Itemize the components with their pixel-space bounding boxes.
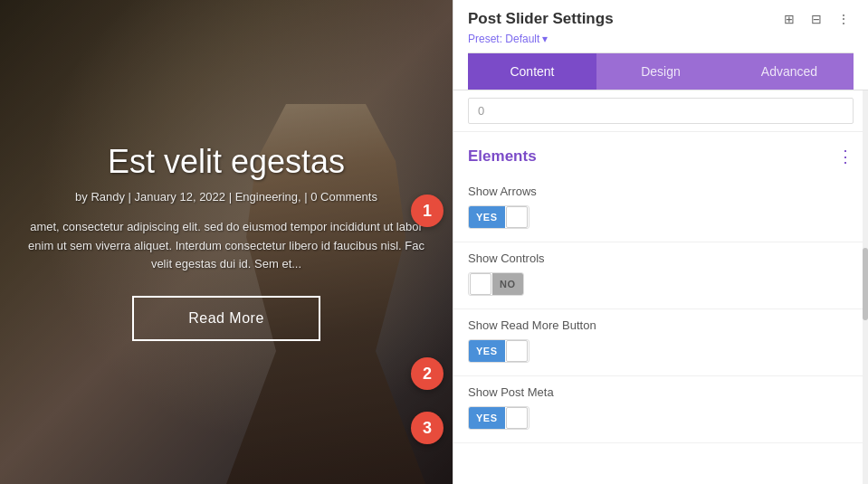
copy-icon[interactable]: ⊞ (779, 9, 799, 29)
chevron-down-icon: ▾ (542, 33, 548, 45)
show-arrows-label: Show Arrows (468, 185, 854, 198)
toggle-yes-label: YES (469, 340, 505, 362)
toggle-thumb (506, 340, 528, 362)
controls-toggle-switch[interactable]: NO (468, 272, 524, 296)
preview-content: Est velit egestas by Randy | January 12,… (0, 0, 453, 484)
show-arrows-row: Show Arrows YES (453, 176, 868, 242)
show-arrows-toggle[interactable]: YES (468, 205, 854, 229)
elements-section-header: Elements ⋮ (453, 132, 868, 176)
read-more-toggle-switch[interactable]: YES (468, 339, 529, 363)
show-read-more-row: Show Read More Button YES (453, 309, 868, 376)
preview-panel: Est velit egestas by Randy | January 12,… (0, 0, 453, 484)
preview-excerpt: amet, consectetur adipiscing elit. sed d… (27, 218, 425, 274)
show-post-meta-row: Show Post Meta YES (453, 376, 868, 443)
settings-header: Post Slider Settings ⊞ ⊟ ⋮ Preset: Defau… (453, 0, 868, 90)
settings-panel: Post Slider Settings ⊞ ⊟ ⋮ Preset: Defau… (453, 0, 868, 484)
number-input[interactable] (468, 98, 854, 124)
preset-row[interactable]: Preset: Default ▾ (468, 33, 854, 45)
toggle-thumb (506, 407, 528, 429)
tab-content[interactable]: Content (468, 53, 596, 90)
badge-1: 1 (411, 195, 444, 227)
settings-title-row: Post Slider Settings ⊞ ⊟ ⋮ (468, 9, 854, 29)
scrollbar-thumb[interactable] (863, 248, 868, 320)
toggle-thumb (470, 273, 491, 295)
tabs-row: Content Design Advanced (468, 52, 854, 90)
preset-label: Preset: Default ▾ (468, 33, 548, 45)
settings-panel-inner: Elements ⋮ Show Arrows YES Show Controls (453, 90, 868, 484)
elements-section-title: Elements (468, 147, 537, 166)
tab-advanced[interactable]: Advanced (725, 53, 854, 90)
show-controls-label: Show Controls (468, 251, 854, 265)
show-controls-toggle[interactable]: NO (468, 272, 854, 296)
arrows-toggle-switch[interactable]: YES (468, 205, 529, 229)
toggle-yes-label: YES (469, 407, 505, 429)
preview-title: Est velit egestas (108, 143, 345, 181)
more-icon[interactable]: ⋮ (834, 9, 854, 29)
settings-title: Post Slider Settings (468, 10, 614, 28)
grid-icon[interactable]: ⊟ (806, 9, 826, 29)
show-controls-row: Show Controls NO (453, 242, 868, 309)
toggle-no-label: NO (492, 273, 523, 295)
settings-body: Elements ⋮ Show Arrows YES Show Controls (453, 90, 868, 484)
read-more-button[interactable]: Read More (132, 296, 320, 341)
show-post-meta-toggle[interactable]: YES (468, 406, 854, 430)
elements-more-icon[interactable]: ⋮ (837, 147, 854, 166)
show-post-meta-label: Show Post Meta (468, 385, 854, 399)
tab-design[interactable]: Design (596, 53, 725, 90)
header-icons: ⊞ ⊟ ⋮ (779, 9, 854, 29)
show-read-more-label: Show Read More Button (468, 318, 854, 332)
toggle-yes-label: YES (469, 206, 505, 228)
preview-meta: by Randy | January 12, 2022 | Engineerin… (75, 190, 377, 204)
badge-2: 2 (411, 357, 444, 390)
show-read-more-toggle[interactable]: YES (468, 339, 854, 363)
scrollbar-track[interactable] (863, 90, 868, 484)
badge-3: 3 (411, 412, 444, 444)
toggle-thumb (506, 206, 528, 228)
post-meta-toggle-switch[interactable]: YES (468, 406, 529, 430)
number-input-row (453, 90, 868, 132)
